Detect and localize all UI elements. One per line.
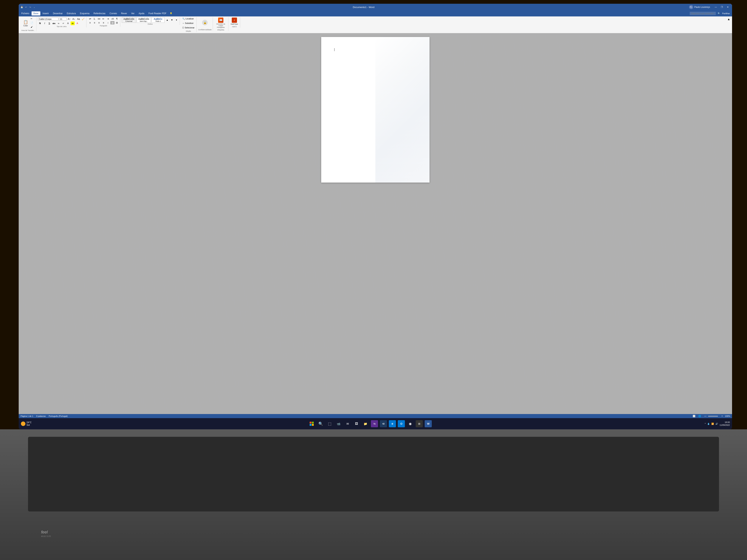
select-button[interactable]: ☐ Selecionar bbox=[181, 26, 195, 30]
styles-scroll-down[interactable]: ▼ bbox=[170, 18, 174, 22]
numbering-button[interactable]: 1. bbox=[93, 17, 97, 21]
show-marks-button[interactable]: ¶ bbox=[115, 17, 119, 21]
collapse-ribbon-button[interactable]: ▲ bbox=[727, 17, 730, 21]
highlight-color-button[interactable]: ab bbox=[71, 22, 75, 25]
dictionary-button[interactable]: 📖 Dicionário da Língua Portuguesa bbox=[214, 17, 227, 29]
style-no-space[interactable]: AaBbCcDc Sem Esp... bbox=[137, 17, 151, 23]
web-layout-view[interactable]: 🌐 bbox=[698, 415, 702, 418]
zoom-in-button[interactable]: + bbox=[720, 415, 724, 418]
menu-rever[interactable]: Rever bbox=[119, 11, 129, 16]
share-button[interactable]: Partilhar bbox=[722, 12, 730, 15]
edge-button[interactable]: e bbox=[389, 420, 396, 427]
font-color-button[interactable]: A bbox=[66, 22, 70, 25]
bold-button[interactable]: N bbox=[38, 22, 42, 25]
undo-icon[interactable]: ↩ bbox=[24, 5, 28, 9]
minimize-button[interactable]: — bbox=[713, 4, 719, 10]
print-layout-view[interactable]: ⬜ bbox=[692, 415, 696, 418]
search-taskbar-button[interactable]: 🔍 bbox=[317, 420, 324, 427]
page-number: Página 1 de 1 bbox=[21, 415, 33, 417]
superscript-button[interactable]: x² bbox=[61, 22, 66, 25]
zoom-thumb bbox=[718, 415, 719, 417]
strikethrough-button[interactable]: abc bbox=[52, 22, 56, 25]
copy-button[interactable]: 📄 bbox=[30, 21, 34, 25]
style-title1[interactable]: AaBbCc Título 1 bbox=[151, 17, 164, 23]
menu-ajuda[interactable]: Ajuda bbox=[137, 11, 146, 16]
apps-button[interactable]: ⊞ bbox=[416, 420, 423, 427]
mathtype-icon: √ bbox=[232, 18, 237, 23]
clear-format-button[interactable]: 🧹 bbox=[81, 17, 85, 21]
photos-button[interactable]: 🖼 bbox=[353, 420, 360, 427]
addins-group: √ MathType Add-in bbox=[229, 17, 240, 28]
clipboard-label: Área de Transfer... bbox=[21, 29, 35, 31]
align-right-button[interactable]: ≡ bbox=[97, 21, 101, 24]
menu-correio[interactable]: Correio bbox=[108, 11, 119, 16]
subscript-button[interactable]: x₂ bbox=[57, 22, 61, 25]
bullets-button[interactable]: ≡• bbox=[88, 17, 92, 21]
outlook-button[interactable]: O bbox=[398, 420, 405, 427]
editing-label: Edição bbox=[186, 30, 191, 32]
borders-button[interactable]: ⊟ bbox=[115, 21, 119, 24]
font-controls: A↑ A↓ Aa 🧹 N I S abc x₂ x bbox=[38, 17, 85, 25]
line-spacing-button[interactable]: ↕ bbox=[106, 21, 110, 24]
shading-button[interactable]: ▥ bbox=[110, 21, 114, 24]
menu-referencias[interactable]: Referências bbox=[92, 11, 107, 16]
align-center-button[interactable]: ≡ bbox=[93, 21, 97, 24]
menu-desenhar[interactable]: Desenhar bbox=[51, 11, 65, 16]
close-button[interactable]: ✕ bbox=[725, 4, 730, 10]
mail-button[interactable]: ✉ bbox=[344, 420, 351, 427]
redo-icon[interactable]: ↪ bbox=[28, 5, 32, 9]
number-app-button[interactable]: 42 bbox=[380, 420, 387, 427]
cut-button[interactable]: ✂ bbox=[30, 17, 34, 21]
restore-button[interactable]: ❐ bbox=[719, 4, 725, 10]
styles-label: Estilos bbox=[148, 23, 153, 25]
start-button[interactable] bbox=[308, 420, 315, 427]
decrease-indent-button[interactable]: ⇤ bbox=[101, 17, 105, 21]
confidentiality-group: 🔒 Confidencialidade bbox=[197, 17, 213, 31]
format-painter-button[interactable]: 🖌 bbox=[30, 25, 34, 29]
italic-button[interactable]: I bbox=[43, 22, 47, 25]
systray-chevron[interactable]: ^ bbox=[705, 423, 706, 425]
chrome-button[interactable]: ◉ bbox=[407, 420, 414, 427]
word-taskbar-button[interactable]: W bbox=[425, 420, 432, 427]
file-explorer-button[interactable]: 📁 bbox=[362, 420, 369, 427]
replace-button[interactable]: ↔ Substituir bbox=[181, 22, 195, 25]
customize-icon[interactable]: ⌄ bbox=[32, 5, 36, 9]
menu-inserir[interactable]: Inserir bbox=[41, 11, 51, 16]
align-left-button[interactable]: ≡ bbox=[88, 21, 92, 24]
style-normal[interactable]: AaBbCcDc ¶ Normal bbox=[122, 17, 136, 23]
underline-button[interactable]: S bbox=[47, 22, 51, 25]
font-family-select[interactable] bbox=[38, 18, 58, 21]
increase-indent-button[interactable]: ⇥ bbox=[106, 17, 110, 21]
confidentiality-icon: 🔒 bbox=[202, 20, 208, 25]
find-button[interactable]: 🔍 Localizar bbox=[181, 17, 195, 21]
multilevel-button[interactable]: ≡≡ bbox=[97, 17, 101, 21]
font-size-select[interactable] bbox=[59, 18, 67, 21]
meet-button[interactable]: 📹 bbox=[335, 420, 342, 427]
mathtype-button[interactable]: √ MathType bbox=[230, 17, 239, 25]
addins-content: √ MathType bbox=[230, 17, 239, 25]
sort-button[interactable]: ↕A bbox=[110, 17, 114, 21]
save-icon[interactable]: 💾 bbox=[20, 5, 24, 9]
task-view-button[interactable]: ⬚ bbox=[326, 420, 333, 427]
styles-content: AaBbCcDc ¶ Normal AaBbCcDc Sem Esp... Aa… bbox=[122, 17, 179, 23]
menu-base[interactable]: Base bbox=[31, 11, 40, 16]
decrease-font-button[interactable]: A↓ bbox=[72, 17, 76, 21]
styles-more[interactable]: ▾ bbox=[175, 18, 179, 22]
menu-ficheiro[interactable]: Ficheiro bbox=[20, 11, 31, 16]
document-page[interactable] bbox=[321, 37, 430, 183]
justify-button[interactable]: ≡ bbox=[101, 21, 105, 24]
menu-foxit[interactable]: Foxit Reader PDF bbox=[147, 11, 168, 16]
increase-font-button[interactable]: A↑ bbox=[67, 17, 71, 21]
wacom-text: wacom bbox=[41, 535, 51, 538]
tell-me-input[interactable] bbox=[690, 12, 716, 15]
font-bg-button[interactable]: A bbox=[75, 22, 79, 25]
menu-esquema[interactable]: Esquema bbox=[78, 11, 91, 16]
font-aa-button[interactable]: Aa bbox=[76, 17, 80, 21]
menu-estrutura[interactable]: Estrutura bbox=[65, 11, 78, 16]
styles-scroll-up[interactable]: ▲ bbox=[165, 18, 169, 22]
zoom-out-button[interactable]: — bbox=[703, 415, 707, 418]
store-button[interactable]: 🛍 bbox=[371, 420, 378, 427]
paste-button[interactable]: 📋 Colar bbox=[22, 18, 29, 29]
zoom-slider[interactable] bbox=[708, 416, 719, 417]
menu-ver[interactable]: Ver bbox=[129, 11, 136, 16]
